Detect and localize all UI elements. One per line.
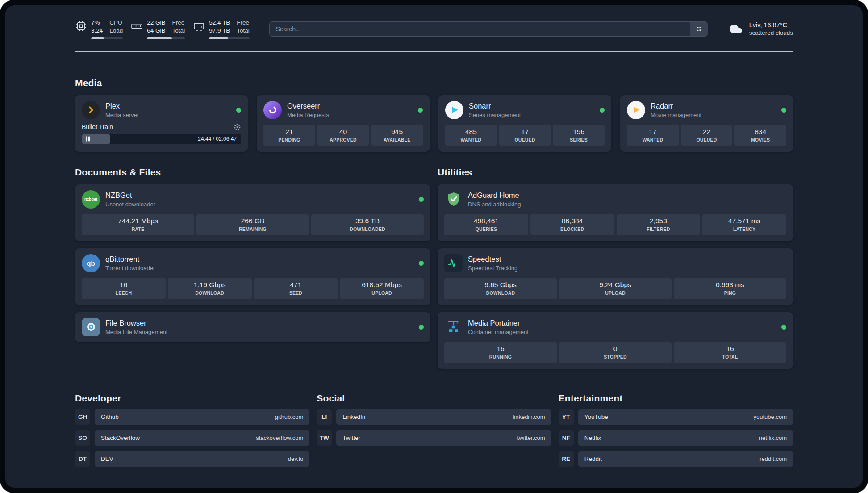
bookmark-abbr: DT bbox=[75, 451, 90, 467]
nzbget-icon: nzbget bbox=[82, 190, 100, 209]
disk-usage-bar bbox=[209, 37, 250, 39]
stat-value: 22 bbox=[682, 128, 732, 136]
bookmark-youtube[interactable]: YT YouTube youtube.com bbox=[559, 409, 793, 425]
bookmark-abbr: RE bbox=[559, 451, 574, 467]
stat-tile: 2,953 FILTERED bbox=[617, 214, 701, 235]
app-card-speedtest[interactable]: Speedtest Speedtest Tracking 9.65 Gbps D… bbox=[438, 248, 793, 305]
bookmark-dev[interactable]: DT DEV dev.to bbox=[75, 451, 309, 467]
overseerr-icon bbox=[263, 101, 282, 119]
bookmark-group-social: Social LI LinkedIn linkedin.com TW Twitt… bbox=[317, 393, 551, 472]
stat-value: 9.24 Gbps bbox=[560, 281, 671, 289]
stat-value: 17 bbox=[628, 128, 678, 136]
app-card-qbittorrent[interactable]: qb qBittorrent Torrent downloader 16 LEE… bbox=[75, 248, 430, 305]
stat-label: STOPPED bbox=[560, 354, 671, 359]
bookmark-abbr: LI bbox=[317, 409, 332, 425]
stat-tile: 16 LEECH bbox=[82, 278, 166, 299]
bookmark-abbr: TW bbox=[317, 430, 332, 446]
radarr-icon bbox=[627, 101, 645, 119]
bookmark-stackoverflow[interactable]: SO StackOverflow stackoverflow.com bbox=[75, 430, 309, 446]
stat-value: 744.21 Mbps bbox=[83, 217, 193, 225]
gear-icon[interactable] bbox=[234, 123, 241, 131]
ram-free-label: Free bbox=[172, 19, 185, 27]
stat-value: 834 bbox=[735, 128, 785, 136]
bookmark-abbr: YT bbox=[559, 409, 574, 425]
section-title-media: Media bbox=[75, 78, 793, 88]
bookmark-name: StackOverflow bbox=[101, 435, 140, 441]
weather-widget: Lviv, 16.87°C scattered clouds bbox=[728, 21, 793, 36]
bookmark-reddit[interactable]: RE Reddit reddit.com bbox=[559, 451, 793, 467]
stat-label: LATENCY bbox=[703, 226, 785, 232]
disk-icon bbox=[193, 20, 205, 32]
stat-label: DOWNLOAD bbox=[169, 290, 251, 296]
stat-value: 16 bbox=[675, 345, 785, 353]
adguard-icon bbox=[444, 190, 463, 209]
bookmark-twitter[interactable]: TW Twitter twitter.com bbox=[317, 430, 551, 446]
stat-label: TOTAL bbox=[675, 354, 785, 359]
app-desc: Media Requests bbox=[287, 112, 329, 118]
app-card-nzbget[interactable]: nzbget NZBGet Usenet downloader 744.21 M… bbox=[75, 184, 430, 241]
app-card-plex[interactable]: Plex Media server Bullet Train 24:44 / 0… bbox=[75, 95, 248, 152]
bookmark-group-entertainment: Entertainment YT YouTube youtube.com NF … bbox=[559, 393, 793, 472]
stat-value: 86,384 bbox=[531, 217, 613, 225]
stat-tile: 471 SEED bbox=[254, 278, 338, 299]
status-dot bbox=[781, 325, 786, 330]
stat-tile: 22 QUEUED bbox=[681, 125, 733, 146]
app-desc: DNS and adblocking bbox=[468, 201, 521, 208]
dashboard: 7% 3.24 CPU Load 22 GiB bbox=[5, 5, 863, 488]
app-card-portainer[interactable]: Media Portainer Container management 16 … bbox=[438, 312, 793, 369]
search-input[interactable] bbox=[270, 22, 690, 36]
bookmark-linkedin[interactable]: LI LinkedIn linkedin.com bbox=[317, 409, 551, 425]
player-progress-bar[interactable]: 24:44 / 02:06:47 bbox=[82, 134, 241, 144]
app-desc: Media server bbox=[105, 112, 139, 118]
cpu-load-label: Load bbox=[109, 27, 123, 35]
pause-icon[interactable] bbox=[86, 137, 90, 142]
stat-label: SERIES bbox=[554, 137, 604, 142]
status-dot bbox=[418, 108, 423, 113]
bookmark-url: linkedin.com bbox=[513, 414, 545, 420]
stat-label: SEED bbox=[255, 290, 337, 296]
bookmark-name: Github bbox=[101, 414, 119, 420]
stat-tile: 17 QUEUED bbox=[499, 125, 551, 146]
section-title-entertainment: Entertainment bbox=[559, 393, 793, 404]
stat-label: FILTERED bbox=[618, 226, 700, 232]
app-card-adguard[interactable]: AdGuard Home DNS and adblocking 498,461 … bbox=[438, 184, 793, 241]
section-title-social: Social bbox=[317, 393, 551, 404]
bookmark-netflix[interactable]: NF Netflix netflix.com bbox=[559, 430, 793, 446]
app-desc: Series management bbox=[469, 112, 521, 118]
cloud-icon bbox=[728, 22, 744, 36]
app-desc: Media File Management bbox=[105, 329, 167, 335]
app-card-radarr[interactable]: Radarr Movie management 17 WANTED 22 QUE… bbox=[620, 95, 793, 152]
search-engine-button[interactable]: G bbox=[690, 22, 708, 36]
stat-value: 1.19 Gbps bbox=[169, 281, 251, 289]
stat-tile: 945 AVAILABLE bbox=[371, 125, 423, 146]
app-name: AdGuard Home bbox=[468, 191, 521, 200]
portainer-icon bbox=[444, 318, 463, 336]
stat-label: APPROVED bbox=[318, 137, 368, 142]
status-dot bbox=[419, 197, 424, 202]
app-name: Speedtest bbox=[468, 255, 517, 263]
window-frame: 7% 3.24 CPU Load 22 GiB bbox=[0, 0, 868, 493]
disk-total-value: 97.9 TB bbox=[209, 27, 230, 35]
section-title-developer: Developer bbox=[75, 393, 309, 404]
media-grid: Plex Media server Bullet Train 24:44 / 0… bbox=[75, 95, 793, 152]
stat-label: DOWNLOAD bbox=[445, 290, 556, 296]
stat-tile: 17 WANTED bbox=[627, 125, 679, 146]
bookmark-github[interactable]: GH Github github.com bbox=[75, 409, 309, 425]
app-desc: Movie management bbox=[651, 112, 701, 118]
app-name: Media Portainer bbox=[468, 319, 529, 327]
disk-free-label: Free bbox=[237, 19, 250, 27]
app-card-overseerr[interactable]: Overseerr Media Requests 21 PENDING 40 A… bbox=[257, 95, 430, 152]
bookmark-abbr: NF bbox=[559, 430, 574, 446]
cpu-load-value: 3.24 bbox=[91, 27, 103, 35]
app-desc: Torrent downloader bbox=[105, 265, 155, 272]
stat-tile: 618.52 Mbps UPLOAD bbox=[340, 278, 424, 299]
app-card-filebrowser[interactable]: File Browser Media File Management bbox=[75, 312, 430, 342]
stat-value: 16 bbox=[83, 281, 165, 289]
app-name: File Browser bbox=[105, 319, 167, 327]
stat-value: 618.52 Mbps bbox=[341, 281, 423, 289]
stat-value: 2,953 bbox=[618, 217, 700, 225]
app-name: NZBGet bbox=[105, 191, 155, 200]
status-dot bbox=[419, 261, 424, 266]
bookmark-group-developer: Developer GH Github github.com SO StackO… bbox=[75, 393, 309, 472]
app-card-sonarr[interactable]: Sonarr Series management 485 WANTED 17 Q… bbox=[438, 95, 611, 152]
